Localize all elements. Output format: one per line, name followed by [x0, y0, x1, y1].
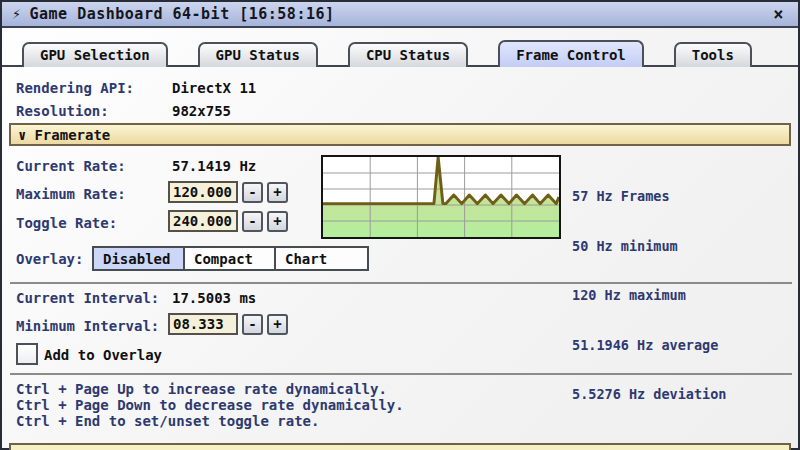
stat-deviation: 5.5276 Hz deviation: [572, 386, 726, 403]
maximum-rate-increment-button[interactable]: +: [267, 182, 288, 203]
stat-minimum: 50 Hz minimum: [572, 238, 726, 255]
app-window: ⚡ Game Dashboard 64-bit [16:58:16] × GPU…: [0, 0, 800, 450]
lightning-app-icon: ⚡: [12, 5, 22, 23]
framerate-section-title: Framerate: [34, 127, 110, 143]
current-interval-value: 17.5003 ms: [172, 290, 256, 306]
hint-toggle-rate: Ctrl + End to set/unset toggle rate.: [16, 413, 319, 429]
minimum-interval-label: Minimum Interval:: [16, 318, 159, 334]
toggle-rate-label: Toggle Rate:: [16, 215, 117, 231]
rendering-api-label: Rendering API:: [16, 80, 134, 96]
overlay-option-compact[interactable]: Compact: [185, 248, 276, 269]
framerate-section-header[interactable]: ∨ Framerate: [9, 123, 791, 146]
stat-maximum: 120 Hz maximum: [572, 287, 726, 304]
window-title: Game Dashboard 64-bit [16:58:16]: [30, 5, 335, 23]
overlay-mode-control: Disabled Compact Chart: [92, 246, 369, 271]
tab-frame-control[interactable]: Frame Control: [498, 40, 644, 67]
stat-average: 51.1946 Hz average: [572, 337, 726, 354]
hint-increase-rate: Ctrl + Page Up to increase rate dynamica…: [16, 381, 387, 397]
chevron-down-icon: ∨: [18, 127, 26, 143]
hint-decrease-rate: Ctrl + Page Down to decrease rate dynami…: [16, 397, 404, 413]
tab-bar: GPU Selection GPU Status CPU Status Fram…: [2, 30, 798, 67]
current-rate-label: Current Rate:: [16, 158, 126, 174]
current-interval-label: Current Interval:: [16, 290, 159, 306]
add-to-overlay-label: Add to Overlay: [44, 347, 162, 363]
stat-frames: 57 Hz Frames: [572, 188, 726, 205]
toggle-rate-decrement-button[interactable]: -: [242, 211, 263, 232]
minimum-interval-increment-button[interactable]: +: [267, 314, 288, 335]
maximum-rate-input[interactable]: [168, 181, 238, 203]
rendering-api-value: DirectX 11: [172, 80, 256, 96]
separator: [10, 373, 792, 375]
title-bar: ⚡ Game Dashboard 64-bit [16:58:16] ×: [2, 2, 798, 28]
framerate-history-chart: [321, 155, 561, 239]
close-icon[interactable]: ×: [769, 4, 788, 24]
overlay-option-disabled[interactable]: Disabled: [94, 248, 185, 269]
resolution-label: Resolution:: [16, 103, 109, 119]
separator: [10, 282, 792, 284]
toggle-rate-input[interactable]: [168, 210, 238, 232]
tab-cpu-status[interactable]: CPU Status: [348, 42, 468, 67]
framerate-stats: 57 Hz Frames 50 Hz minimum 120 Hz maximu…: [572, 155, 726, 436]
overlay-label: Overlay:: [16, 251, 83, 267]
tab-gpu-status[interactable]: GPU Status: [198, 42, 318, 67]
minimum-interval-decrement-button[interactable]: -: [242, 314, 263, 335]
add-to-overlay-checkbox[interactable]: [16, 343, 38, 365]
maximum-rate-label: Maximum Rate:: [16, 186, 126, 202]
overlay-option-chart[interactable]: Chart: [276, 248, 367, 269]
toggle-rate-increment-button[interactable]: +: [267, 211, 288, 232]
tab-tools[interactable]: Tools: [674, 42, 752, 67]
current-rate-value: 57.1419 Hz: [172, 158, 256, 174]
next-section-header[interactable]: [9, 443, 791, 450]
resolution-value: 982x755: [172, 103, 231, 119]
maximum-rate-decrement-button[interactable]: -: [242, 182, 263, 203]
minimum-interval-input[interactable]: [168, 313, 238, 335]
tab-gpu-selection[interactable]: GPU Selection: [22, 42, 168, 67]
